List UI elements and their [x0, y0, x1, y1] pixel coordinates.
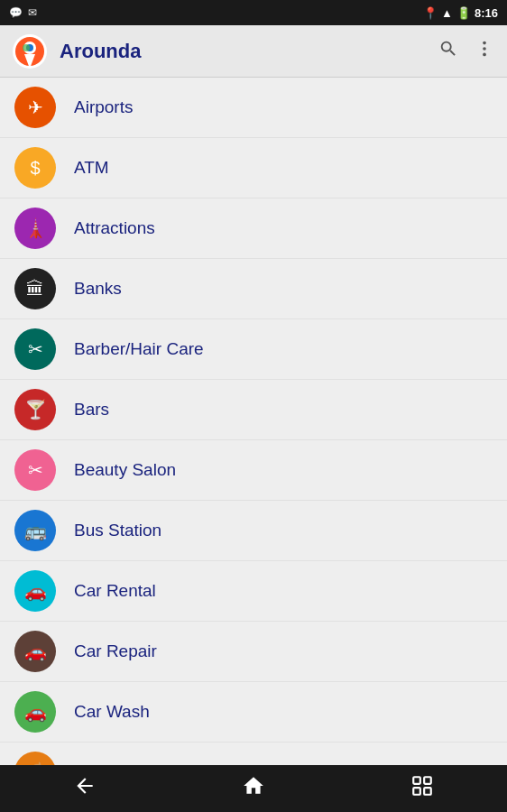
list-item-label-carrental: Car Rental [74, 581, 156, 601]
list-item-label-coffee: Coffee Shops [74, 762, 178, 765]
svg-point-8 [483, 53, 486, 57]
svg-point-7 [483, 47, 486, 51]
home-button[interactable] [242, 774, 265, 803]
list-item-banks[interactable]: 🏛Banks [0, 259, 507, 319]
app-logo [13, 34, 47, 69]
location-icon: 📍 [423, 6, 438, 20]
wifi-icon: ▲ [441, 6, 453, 20]
battery-icon: 🔋 [456, 6, 471, 20]
app-bar-actions [438, 39, 494, 63]
list-item-airports[interactable]: ✈Airports [0, 78, 507, 138]
app-bar: Arounda [0, 25, 507, 78]
status-right: 📍 ▲ 🔋 8:16 [423, 6, 498, 20]
more-options-button[interactable] [475, 39, 494, 63]
svg-rect-9 [414, 777, 421, 784]
list-item-beauty[interactable]: ✂Beauty Salon [0, 440, 507, 501]
category-list: ✈Airports$ATM🗼Attractions🏛Banks✂Barber/H… [0, 78, 507, 765]
app-title: Arounda [60, 40, 438, 63]
list-item-label-bus: Bus Station [74, 521, 161, 540]
list-item-label-banks: Banks [74, 279, 122, 299]
list-item-label-carrepair: Car Repair [74, 641, 157, 661]
list-item-attractions[interactable]: 🗼Attractions [0, 198, 507, 259]
list-item-label-barber: Barber/Hair Care [74, 339, 204, 359]
svg-rect-11 [414, 788, 421, 795]
svg-rect-12 [424, 788, 431, 795]
list-item-label-carwash: Car Wash [74, 702, 150, 722]
svg-rect-10 [424, 777, 431, 784]
list-item-label-attractions: Attractions [74, 218, 155, 238]
search-button[interactable] [438, 39, 458, 63]
list-item-barber[interactable]: ✂Barber/Hair Care [0, 319, 507, 380]
carrepair-icon: 🚗 [14, 631, 56, 672]
list-item-label-atm: ATM [74, 158, 109, 178]
atm-icon: $ [14, 147, 56, 189]
banks-icon: 🏛 [14, 268, 56, 309]
barber-icon: ✂ [14, 328, 56, 370]
list-item-bars[interactable]: 🍸Bars [0, 380, 507, 440]
list-item-label-beauty: Beauty Salon [74, 460, 176, 480]
recent-apps-button[interactable] [410, 774, 434, 803]
bars-icon: 🍸 [14, 389, 56, 430]
svg-point-5 [23, 44, 30, 51]
bus-icon: 🚌 [14, 510, 56, 551]
status-bar: 💬 ✉ 📍 ▲ 🔋 8:16 [0, 0, 507, 25]
back-button[interactable] [73, 774, 97, 803]
airplane-icon: ✈ [14, 87, 56, 128]
carwash-icon: 🚗 [14, 691, 56, 733]
status-left: 💬 ✉ [9, 6, 37, 19]
bottom-nav [0, 765, 507, 812]
msg-icon: 💬 [9, 6, 23, 19]
beauty-icon: ✂ [14, 449, 56, 491]
list-item-label-airports: Airports [74, 97, 133, 117]
list-item-carwash[interactable]: 🚗Car Wash [0, 682, 507, 743]
attractions-icon: 🗼 [14, 208, 56, 249]
list-item-carrental[interactable]: 🚗Car Rental [0, 561, 507, 622]
list-item-bus[interactable]: 🚌Bus Station [0, 501, 507, 561]
list-item-label-bars: Bars [74, 400, 109, 420]
coffee-icon: ☕ [14, 752, 56, 765]
email-icon: ✉ [28, 6, 37, 19]
list-item-carrepair[interactable]: 🚗Car Repair [0, 622, 507, 682]
carrental-icon: 🚗 [14, 570, 56, 612]
list-item-atm[interactable]: $ATM [0, 138, 507, 198]
status-time: 8:16 [475, 6, 498, 20]
list-item-coffee[interactable]: ☕Coffee Shops [0, 743, 507, 765]
svg-point-6 [483, 42, 486, 45]
